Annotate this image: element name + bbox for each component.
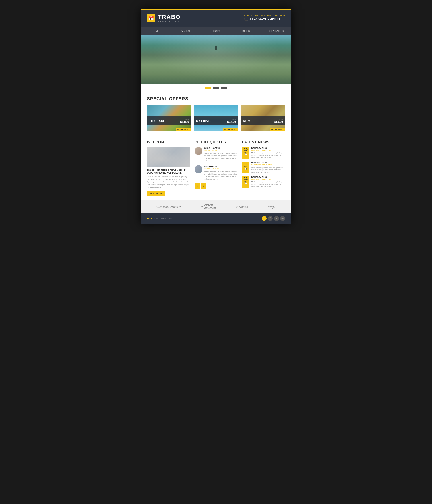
partners-section: American Airlines ✈ ✈ CZECHAIRLINES ✈ Sw…	[141, 200, 291, 213]
site-title: TRABO	[158, 14, 182, 20]
nav-item-blog[interactable]: BLOG	[231, 27, 261, 36]
offers-grid: THAILAND FROM $1.850 MORE INFO MALDIVES …	[147, 105, 285, 132]
news-text-3: Morbi tempor quam vel massa adipiscing u…	[251, 181, 285, 188]
quote-text-1: Praesent vestibulum molestie dolor nonur…	[204, 152, 238, 162]
news-content-1: DONEC FACILISI LOREM IPSUM DOLORE Morbi …	[251, 147, 285, 159]
nav-item-about[interactable]: ABOUT	[171, 27, 201, 36]
news-subtitle-1: LOREM IPSUM DOLORE	[251, 149, 285, 151]
call-label: YOUR FIRST VISIT? CALL FOR INFO	[244, 15, 285, 17]
slider-dot-2[interactable]	[213, 87, 219, 89]
quote-content-1: CHUCK LOREMS GROOVE CORP. Praesent vesti…	[204, 147, 238, 162]
offer-from-thailand: FROM	[180, 118, 189, 120]
site-subtitle: TRAVEL BOOKING	[158, 20, 182, 23]
quote-avatar-1	[195, 147, 202, 155]
quote-next-button[interactable]: ›	[201, 183, 207, 189]
phone-number: 📞 +1-234-567-8900	[244, 17, 285, 21]
client-quotes-title: CLIENT QUOTES	[195, 140, 238, 144]
news-date-month-2: OCT	[243, 166, 248, 168]
news-content-2: DONEC FACILISI LOREM IPSUM DOLORE Morbi …	[251, 162, 285, 174]
three-col-section: WELCOME PHASELLUS TURPIS ORGRA PELLE SQU…	[141, 136, 291, 200]
partner-logo-icon-2: ✈	[201, 205, 203, 208]
contact-info: YOUR FIRST VISIT? CALL FOR INFO 📞 +1-234…	[244, 15, 285, 21]
quote-name-2: LISA MAROW	[204, 165, 238, 167]
page-wrapper: 📅 TRABO TRAVEL BOOKING YOUR FIRST VISIT?…	[141, 9, 291, 224]
phone-icon: 📞	[244, 18, 248, 21]
news-date-num-1: 10	[243, 148, 248, 152]
offer-from-rome: FROM	[274, 118, 283, 120]
partner-swiss: ✈ Swiss	[235, 205, 248, 209]
offer-card-maldives: MALDIVES FROM $2.100 MORE INFO	[194, 105, 238, 132]
partner-logo-text-1: American Airlines	[156, 205, 178, 208]
offer-price-thailand: $1.850	[180, 120, 189, 124]
offer-name-rome: ROME	[243, 119, 252, 123]
news-content-3: DONEC FACILISI LOREM IPSUM DOLORE Morbi …	[251, 176, 285, 188]
calendar-icon: 📅	[147, 14, 155, 22]
quote-company-1: GROOVE CORP.	[204, 149, 238, 151]
hero-banner	[141, 36, 291, 84]
offer-name-thailand: THAILAND	[149, 119, 165, 123]
news-item-1: 10 OCT 💬 DONEC FACILISI LOREM IPSUM DOLO…	[242, 147, 285, 159]
client-quotes-column: CLIENT QUOTES CHUCK LOREMS GROOVE CORP. …	[195, 140, 238, 196]
footer-copy-text: © 2013 | PRIVACY POLICY	[154, 217, 175, 219]
news-title-1: DONEC FACILISI	[251, 147, 285, 149]
offer-price-maldives: $2.100	[227, 120, 236, 124]
welcome-text: Lorem ipsum dolor sit amet, consectetur …	[147, 175, 190, 189]
news-date-month-3: OCT	[243, 180, 248, 182]
offer-label-rome: ROME FROM $1.590	[241, 117, 285, 125]
social-twitter-button[interactable]: t	[274, 216, 279, 221]
footer-trabo-label: TRABO	[147, 217, 153, 219]
news-date-num-3: 12	[243, 177, 248, 180]
social-googleplus-button[interactable]: g+	[280, 216, 285, 221]
nav-item-contacts[interactable]: CONTACTS	[261, 27, 291, 36]
quote-prev-button[interactable]: ‹	[195, 183, 200, 189]
news-item-2: 11 OCT 💬 DONEC FACILISI LOREM IPSUM DOLO…	[242, 162, 285, 174]
quote-text-2: Praesent vestibulum molestie dolor nonur…	[204, 170, 238, 180]
news-text-1: Morbi tempor quam vel massa adipiscing u…	[251, 152, 285, 159]
offer-price-block-thailand: FROM $1.850	[180, 118, 189, 124]
offer-price-block-rome: FROM $1.590	[274, 118, 283, 124]
slider-dot-1[interactable]	[205, 87, 211, 89]
header: 📅 TRABO TRAVEL BOOKING YOUR FIRST VISIT?…	[141, 9, 291, 27]
quote-item-1: CHUCK LOREMS GROOVE CORP. Praesent vesti…	[195, 147, 238, 162]
partner-american-airlines: American Airlines ✈	[156, 205, 181, 208]
welcome-image	[147, 147, 190, 167]
social-rss-button[interactable]: ☰	[268, 216, 273, 221]
news-comment-icon-3: 💬	[243, 182, 248, 184]
quote-name-1: CHUCK LOREMS	[204, 147, 238, 149]
nav-item-tours[interactable]: TOURS	[201, 27, 231, 36]
partner-logo-text-4: Virgin	[268, 205, 276, 209]
partner-logo-text-2: CZECHAIRLINES	[204, 204, 216, 209]
news-title-3: DONEC FACILISI	[251, 176, 285, 178]
offer-price-rome: $1.590	[274, 120, 283, 124]
welcome-title: WELCOME	[147, 140, 190, 144]
news-date-num-2: 11	[243, 162, 248, 166]
logo-area: 📅 TRABO TRAVEL BOOKING	[147, 14, 182, 23]
nav-item-home[interactable]: HOME	[141, 27, 171, 36]
hero-background	[141, 36, 291, 84]
news-date-month-1: OCT	[243, 152, 248, 153]
offer-more-maldives[interactable]: MORE INFO	[223, 128, 238, 132]
slider-dot-3[interactable]	[221, 87, 227, 89]
partner-virgin: Virgin	[268, 205, 276, 209]
news-text-2: Morbi tempor quam vel massa adipiscing u…	[251, 167, 285, 174]
read-more-button[interactable]: READ MORE	[147, 191, 165, 196]
news-title-2: DONEC FACILISI	[251, 162, 285, 164]
main-nav: HOME ABOUT TOURS BLOG CONTACTS	[141, 27, 291, 36]
social-facebook-button[interactable]: f	[262, 216, 267, 221]
latest-news-title: LATEST NEWS	[242, 140, 285, 144]
welcome-image-inner	[147, 147, 190, 167]
partner-logo-text-3: Swiss	[239, 205, 248, 209]
footer: TRABO © 2013 | PRIVACY POLICY f ☰ t g+	[141, 213, 291, 224]
welcome-heading: PHASELLUS TURPIS ORGRA PELLE SQUE ADIPIS…	[147, 169, 190, 174]
hero-figure	[215, 45, 217, 50]
offer-more-thailand[interactable]: MORE INFO	[176, 128, 191, 132]
special-offers-title: SPECIAL OFFERS	[147, 96, 285, 101]
offer-more-rome[interactable]: MORE INFO	[270, 128, 285, 132]
logo-text: TRABO TRAVEL BOOKING	[158, 14, 182, 23]
offer-label-maldives: MALDIVES FROM $2.100	[194, 117, 238, 125]
news-subtitle-2: LOREM IPSUM DOLORE	[251, 164, 285, 166]
news-comment-icon-1: 💬	[243, 153, 248, 155]
news-date-3: 12 OCT 💬	[242, 176, 250, 188]
special-offers-section: SPECIAL OFFERS THAILAND FROM $1.850 MORE…	[141, 92, 291, 136]
quote-company-2: LOREM IPSUM INC.	[204, 167, 238, 169]
